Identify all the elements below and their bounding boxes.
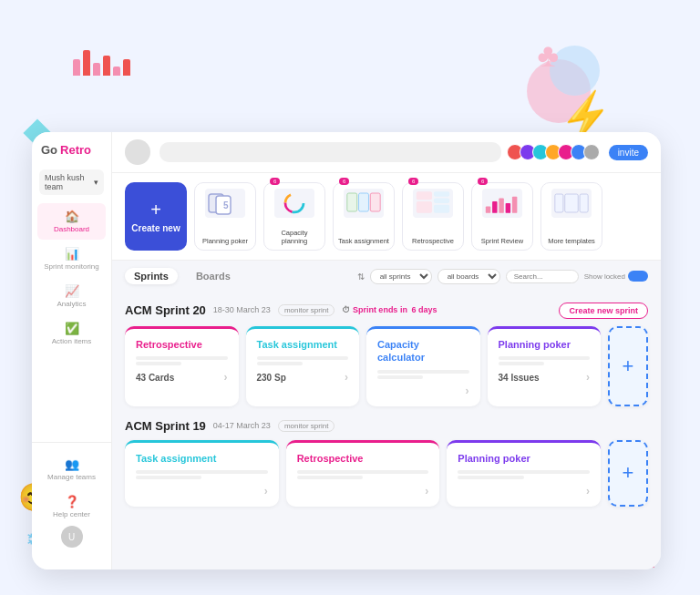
sprint-monitoring-icon: 📊 <box>65 247 79 261</box>
tabs-filters: ⇅ all sprints all boards Show locked <box>357 269 648 284</box>
sprint20-add-card[interactable]: + <box>608 326 648 406</box>
topbar-avatar <box>125 139 150 165</box>
action-items-icon: ✅ <box>65 322 79 335</box>
svg-rect-14 <box>486 207 490 213</box>
card-title: Planning poker <box>458 452 590 465</box>
sidebar-item-analytics[interactable]: 📈 Analytics <box>37 278 106 314</box>
main-app-card: GoRetro Mush kush team ▾ 🏠 Dashboard 📊 S… <box>32 132 661 569</box>
tab-sprints[interactable]: Sprints <box>125 268 178 284</box>
card-stat: › <box>136 485 268 498</box>
card-stat: › <box>377 385 469 397</box>
svg-rect-13 <box>434 205 449 213</box>
sprint-search-input[interactable] <box>506 270 579 283</box>
team-selector[interactable]: Mush kush team ▾ <box>39 169 104 195</box>
card-title: Planning poker <box>499 338 591 351</box>
sprint19-card-retro[interactable]: Retrospective › <box>286 440 440 507</box>
sprint19-card-poker[interactable]: Planning poker › <box>447 440 601 507</box>
sprints-filter-select[interactable]: all sprints <box>370 269 432 284</box>
user-avatar[interactable]: U <box>61 526 83 548</box>
sidebar-item-label: Help center <box>53 510 90 518</box>
card-line <box>297 470 429 474</box>
template-label: Task assignment <box>338 237 389 245</box>
template-label: More templates <box>548 237 595 245</box>
templates-row: + Create new 5 Planning poker 6 Capacity… <box>112 173 661 261</box>
sidebar-item-label: Dashboard <box>54 225 89 233</box>
sidebar-item-action-items[interactable]: ✅ Action items <box>37 315 106 352</box>
sprint19-card-task[interactable]: Task assignment › <box>125 440 279 507</box>
card-stat: 34 Issues › <box>499 371 591 384</box>
template-planning-poker[interactable]: 5 Planning poker <box>194 182 256 251</box>
svg-rect-6 <box>347 193 357 211</box>
svg-rect-21 <box>580 194 588 212</box>
template-label: Planning poker <box>202 237 248 245</box>
template-capacity-planning[interactable]: 6 Capacity planning <box>263 182 325 251</box>
card-line <box>377 370 469 374</box>
card-line <box>458 470 590 474</box>
sidebar-item-label: Manage teams <box>47 473 96 481</box>
svg-rect-16 <box>499 198 503 212</box>
topbar-search-bar[interactable] <box>160 142 501 162</box>
locked-toggle[interactable] <box>628 271 648 282</box>
logo-retro: Retro <box>60 143 91 157</box>
template-sprint-review[interactable]: 6 Sprint Review <box>471 182 533 251</box>
svg-rect-20 <box>565 194 579 212</box>
chevron-icon: › <box>224 371 228 384</box>
sprint20-card-capacity[interactable]: Capacity calculator › <box>366 326 480 406</box>
sidebar-nav: 🏠 Dashboard 📊 Sprint monitoring 📈 Analyt… <box>32 202 111 442</box>
team-name: Mush kush team <box>45 173 94 191</box>
sprint20-header: ACM Sprint 20 18-30 March 23 monitor spr… <box>125 301 648 319</box>
template-badge: 6 <box>270 178 280 185</box>
card-lines <box>136 470 268 479</box>
card-title: Task assignment <box>257 338 349 351</box>
chevron-icon: › <box>264 485 268 498</box>
create-new-button[interactable]: + Create new <box>125 182 187 251</box>
show-locked-toggle[interactable]: Show locked <box>584 271 648 282</box>
create-sprint-button[interactable]: Create new sprint <box>559 303 648 319</box>
boards-filter-select[interactable]: all boards <box>438 269 500 284</box>
template-thumb <box>482 189 522 218</box>
deco-circle-pink <box>527 59 591 123</box>
sprint20-card-poker[interactable]: Planning poker 34 Issues › <box>488 326 602 406</box>
svg-rect-18 <box>512 197 517 213</box>
sprint19-add-card[interactable]: + <box>608 440 648 507</box>
template-badge: 6 <box>339 178 349 185</box>
sidebar-item-dashboard[interactable]: 🏠 Dashboard <box>37 203 106 240</box>
help-icon: ❓ <box>65 495 79 508</box>
chevron-down-icon: ▾ <box>94 178 98 187</box>
card-lines <box>458 470 590 479</box>
add-icon: + <box>623 354 634 378</box>
template-retrospective[interactable]: 6 Retrospective <box>402 182 464 251</box>
analytics-icon: 📈 <box>65 284 79 298</box>
sort-icon: ⇅ <box>357 272 365 282</box>
card-line <box>136 470 268 474</box>
sidebar-item-manage-teams[interactable]: 👥 Manage teams <box>37 451 106 487</box>
member-avatars <box>510 144 600 160</box>
invite-button[interactable]: invite <box>609 145 648 160</box>
card-stat: › <box>458 485 590 498</box>
sprint19-monitor-badge[interactable]: monitor sprint <box>278 420 335 432</box>
chevron-icon: › <box>345 371 348 384</box>
sidebar-item-sprint-monitoring[interactable]: 📊 Sprint monitoring <box>37 241 106 277</box>
svg-rect-9 <box>417 191 432 200</box>
sidebar-item-help-center[interactable]: ❓ Help center <box>37 488 106 525</box>
sidebar: GoRetro Mush kush team ▾ 🏠 Dashboard 📊 S… <box>32 132 112 569</box>
topbar: invite <box>112 132 661 173</box>
card-lines <box>499 356 591 365</box>
sidebar-item-label: Sprint monitoring <box>44 262 98 271</box>
card-lines <box>257 356 349 365</box>
svg-rect-8 <box>370 193 380 211</box>
template-thumb <box>551 189 592 218</box>
sprints-area: ACM Sprint 20 18-30 March 23 monitor spr… <box>112 292 661 569</box>
sprint20-card-task[interactable]: Task assignment 230 Sp › <box>246 326 360 406</box>
sprint20-monitor-badge[interactable]: monitor sprint <box>278 304 335 316</box>
template-task-assignment[interactable]: 6 Task assignment <box>333 182 395 251</box>
card-line <box>136 362 181 365</box>
template-more[interactable]: More templates <box>540 182 602 251</box>
svg-text:5: 5 <box>223 200 229 210</box>
tab-boards[interactable]: Boards <box>187 268 240 284</box>
template-badge: 6 <box>408 178 418 185</box>
card-lines <box>297 470 429 479</box>
sprint20-card-retrospective[interactable]: Retrospective 43 Cards › <box>125 326 239 406</box>
svg-rect-12 <box>434 198 449 202</box>
logo-go: Go <box>41 143 57 157</box>
